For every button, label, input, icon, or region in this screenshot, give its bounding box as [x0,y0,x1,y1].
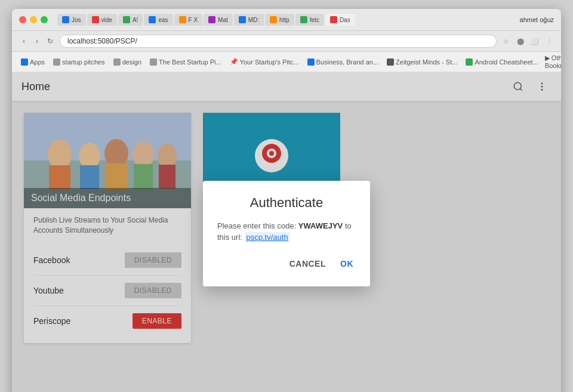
bookmark-label: Zeitgeist Minds - St... [396,58,457,66]
bookmark-favicon [53,58,60,66]
bookmark-zeitgeist[interactable]: Zeitgeist Minds - St... [385,58,459,66]
tab-label: Mat [218,17,228,23]
user-name: ahmet oğuz [520,16,554,23]
bookmark-label: startup pitches [62,58,105,66]
title-bar: Jos vide A! eas F X Mat [12,9,561,31]
tabs-area: Jos vide A! eas F X Mat [57,14,510,26]
tab-favicon [62,16,69,23]
bookmark-design[interactable]: design [112,58,143,66]
extension-icon[interactable]: ⬜ [530,36,540,46]
tab-favicon [149,16,156,23]
dialog-overlay: Authenticate Please enter this code: YWA… [12,72,561,392]
bookmark-startup-pitches[interactable]: startup pitches [51,58,107,66]
bookmark-best-startup[interactable]: The Best Startup Pi... [148,58,223,66]
other-bookmarks-label[interactable]: ▶ Other Bookmarks [545,54,561,69]
bookmark-favicon [21,58,28,66]
tab-favicon [123,16,130,23]
tab-favicon [92,16,99,23]
auth-url[interactable]: pscp.tv/auth [245,232,290,242]
menu-icon[interactable]: ⋮ [544,36,554,46]
dialog-actions: CANCEL OK [217,255,356,272]
tab-jos[interactable]: Jos [57,14,86,26]
tab-md[interactable]: MD: [234,14,264,26]
tab-label: fetc [310,17,319,23]
tab-favicon [208,16,215,23]
bookmark-label: The Best Startup Pi... [159,58,221,66]
bookmark-favicon [150,58,157,66]
dialog-message: Please enter this code: YWAWEJYV to this… [217,220,356,243]
tab-vide[interactable]: vide [87,14,117,26]
back-button[interactable]: ‹ [19,36,29,46]
traffic-lights [19,16,48,23]
tab-label: Jos [72,17,81,23]
tab-label: F X [189,17,198,23]
bookmark-apps[interactable]: Apps [19,58,47,66]
bookmark-label: Apps [30,58,45,66]
auth-code: YWAWEJYV [298,221,343,230]
bookmark-favicon [387,58,394,66]
reload-button[interactable]: ↻ [45,36,55,46]
tab-eas[interactable]: eas [144,14,172,26]
bookmark-favicon [307,58,315,66]
url-text: localhost:5080/PSCP/ [67,37,137,45]
tab-a[interactable]: A! [118,14,143,26]
tab-label: A! [133,17,138,23]
tab-favicon [300,16,307,23]
bookmark-icon: 📌 [230,58,238,66]
forward-button[interactable]: › [32,36,42,46]
tab-fetc[interactable]: fetc [295,14,324,26]
tab-mat[interactable]: Mat [204,14,233,26]
opera-icon[interactable]: ⬤ [516,36,525,46]
close-button[interactable] [19,16,26,23]
bookmarks-bar: Apps startup pitches design The Best Sta… [12,52,561,72]
bookmark-your-startup[interactable]: 📌 Your Startup's Pitc... [228,57,301,66]
star-icon[interactable]: ☆ [501,36,511,46]
nav-buttons: ‹ › ↻ [19,36,55,46]
dialog-title: Authenticate [217,195,356,211]
tab-favicon [179,16,186,23]
address-bar: ‹ › ↻ localhost:5080/PSCP/ ☆ ⬤ ⬜ ⋮ [12,31,561,52]
tab-fx[interactable]: F X [174,14,203,26]
bookmark-business[interactable]: Business, Brand an... [306,58,381,66]
tab-favicon [239,16,246,23]
tab-das[interactable]: Das [325,14,355,26]
bookmark-android[interactable]: Android Cheatsheet... [464,58,540,66]
tab-favicon [270,16,277,23]
minimize-button[interactable] [30,16,37,23]
bookmark-label: Android Cheatsheet... [475,58,538,66]
message-prefix: Please enter this code: [217,221,298,230]
cancel-button[interactable]: CANCEL [287,255,328,272]
bookmark-label: design [122,58,141,66]
maximize-button[interactable] [41,16,48,23]
tab-label: MD: [248,17,259,23]
tab-label: Das [340,17,350,23]
url-icons: ☆ ⬤ ⬜ ⋮ [501,36,554,46]
tab-label: eas [158,17,168,23]
ok-button[interactable]: OK [338,255,356,272]
url-bar[interactable]: localhost:5080/PSCP/ [60,35,497,48]
page-content: Home [12,72,561,392]
tab-label: vide [101,17,112,23]
bookmark-label: Your Startup's Pitc... [240,58,299,66]
tab-label: http [279,17,289,23]
tab-favicon [330,16,337,23]
browser-window: Jos vide A! eas F X Mat [12,9,561,392]
bookmark-favicon [466,58,473,66]
authenticate-dialog: Authenticate Please enter this code: YWA… [203,181,370,286]
tab-http[interactable]: http [265,14,294,26]
bookmark-favicon [113,58,121,66]
bookmark-label: Business, Brand an... [316,58,379,66]
